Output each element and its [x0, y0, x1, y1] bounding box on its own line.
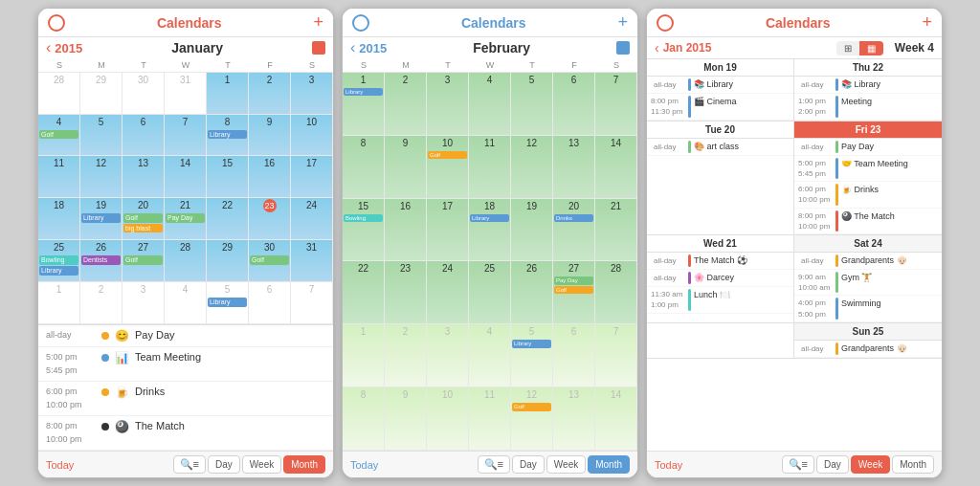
cal-cell[interactable]: 25BowlingLibrary [38, 240, 80, 282]
cal-cell[interactable]: 11 [469, 387, 511, 451]
month-view-button[interactable]: Month [892, 455, 934, 474]
cal-cell-today[interactable]: 23 [249, 198, 291, 240]
year-label[interactable]: 2015 [55, 41, 82, 55]
week-view-button[interactable]: Week [242, 455, 281, 474]
cal-cell[interactable]: 5Library [511, 324, 553, 387]
event-item[interactable]: 6:00 pm 10:00 pm 🍺 Drinks [38, 382, 333, 416]
cal-cell[interactable]: 14 [595, 136, 637, 199]
cal-cell[interactable]: 20Drinks [553, 199, 595, 262]
cal-cell[interactable]: 19Library [80, 198, 122, 240]
prev-month-button[interactable]: ‹ [46, 39, 51, 56]
cal-cell[interactable]: 27Golf [122, 240, 165, 282]
cal-cell[interactable]: 2 [249, 73, 291, 115]
cal-cell[interactable]: 7 [291, 282, 333, 324]
week-event[interactable]: 6:00 pm10:00 pm 🍺 Drinks [794, 182, 942, 208]
cal-cell[interactable]: 11 [38, 156, 80, 198]
cal-cell[interactable]: 28 [38, 73, 80, 115]
cal-cell[interactable]: 16 [385, 199, 427, 262]
cal-cell[interactable]: 23 [385, 261, 427, 324]
cal-cell[interactable]: 31 [165, 73, 207, 115]
cal-cell[interactable]: 1 [207, 73, 249, 115]
cal-cell[interactable]: 19 [511, 199, 553, 262]
cal-cell[interactable]: 3 [122, 282, 165, 324]
cal-cell[interactable]: 28 [595, 261, 637, 324]
cal-cell[interactable]: 6 [553, 324, 595, 387]
cal-cell[interactable]: 12Golf [511, 387, 553, 451]
cal-cell[interactable]: 4Golf [38, 115, 80, 157]
grid-view-button[interactable]: ⊞ [836, 41, 859, 55]
cal-cell[interactable]: 11 [469, 136, 511, 199]
cal-cell[interactable]: 4 [165, 282, 207, 324]
cal-cell[interactable]: 17 [291, 156, 333, 198]
cal-cell[interactable]: 12 [511, 136, 553, 199]
week-event[interactable]: all-day 🎨 art class [647, 139, 793, 156]
cal-cell[interactable]: 21Pay Day [165, 198, 207, 240]
today-button[interactable]: Today [350, 459, 474, 471]
cal-cell[interactable]: 14 [595, 387, 637, 451]
cal-cell[interactable]: 30 [122, 73, 165, 115]
cal-cell[interactable]: 18 [38, 198, 80, 240]
cal-cell[interactable]: 24 [291, 198, 333, 240]
cal-cell[interactable]: 9 [385, 387, 427, 451]
week-event[interactable]: 11:30 am1:00 pm Lunch 🍽️ [647, 287, 793, 313]
day-view-button[interactable]: Day [816, 455, 849, 474]
day-view-button[interactable]: Day [512, 455, 545, 474]
week-event[interactable]: 4:00 pm5:00 pm Swimming [794, 296, 942, 321]
cal-cell[interactable]: 3 [291, 73, 333, 115]
cal-cell[interactable]: 3 [427, 73, 469, 136]
cal-cell[interactable]: 24 [427, 261, 469, 324]
cal-cell[interactable]: 13 [553, 136, 595, 199]
week-view-button[interactable]: Week [851, 455, 890, 474]
cal-cell[interactable]: 13 [122, 156, 165, 198]
event-item[interactable]: all-day 😊 Pay Day [38, 325, 333, 347]
cal-cell[interactable]: 7 [595, 73, 637, 136]
cal-cell[interactable]: 7 [165, 115, 207, 157]
week-event[interactable]: 8:00 pm10:00 pm 🎱 The Match [794, 209, 942, 234]
cal-cell[interactable]: 2 [80, 282, 122, 324]
week-event[interactable]: all-day Pay Day [794, 139, 942, 156]
week-view-button[interactable]: Week [546, 455, 586, 474]
cal-cell[interactable]: 6 [122, 115, 165, 157]
cal-cell[interactable]: 28 [165, 240, 207, 282]
cal-cell[interactable]: 1 [343, 324, 385, 387]
cal-cell[interactable]: 1Library [343, 73, 385, 136]
week-event[interactable]: 9:00 am10:00 am Gym 🏋️ [794, 270, 942, 296]
cal-cell[interactable]: 27Pay DayGolf [553, 261, 595, 324]
cal-cell[interactable]: 14 [165, 156, 207, 198]
cal-cell[interactable]: 26 [511, 261, 553, 324]
cal-cell[interactable]: 2 [385, 324, 427, 387]
cal-cell[interactable]: 9 [249, 115, 291, 157]
search-list-button[interactable]: 🔍≡ [173, 455, 206, 474]
cal-cell[interactable]: 29 [207, 240, 249, 282]
week-event[interactable]: 5:00 pm5:45 pm 🤝 Team Meeting [794, 156, 942, 182]
cal-cell[interactable]: 3 [427, 324, 469, 387]
cal-cell[interactable]: 21 [595, 199, 637, 262]
cal-cell[interactable]: 25 [469, 261, 511, 324]
week-event[interactable]: all-day The Match ⚽ [647, 253, 793, 270]
list-view-button[interactable]: ▦ [859, 41, 883, 55]
month-view-button[interactable]: Month [283, 455, 325, 474]
cal-cell[interactable]: 18Library [469, 199, 511, 262]
cal-cell[interactable]: 29 [80, 73, 122, 115]
prev-month-button[interactable]: ‹ [350, 39, 355, 56]
search-list-button[interactable]: 🔍≡ [478, 455, 510, 474]
cal-cell[interactable]: 8 [343, 136, 385, 199]
cal-cell[interactable]: 22 [207, 198, 249, 240]
cal-cell[interactable]: 8 [343, 387, 385, 451]
cal-cell[interactable]: 20Golfbig blast [122, 198, 165, 240]
cal-cell[interactable]: 4 [469, 73, 511, 136]
cal-cell[interactable]: 8Library [207, 115, 249, 157]
add-calendar-button[interactable]: + [922, 12, 932, 33]
cal-cell[interactable]: 30Golf [249, 240, 291, 282]
cal-cell[interactable]: 16 [249, 156, 291, 198]
cal-cell[interactable]: 17 [427, 199, 469, 262]
cal-cell[interactable]: 5 [80, 115, 122, 157]
search-list-button[interactable]: 🔍≡ [782, 455, 814, 474]
cal-cell[interactable]: 4 [469, 324, 511, 387]
week-event[interactable]: all-day 📚 Library [794, 77, 942, 94]
add-calendar-button[interactable]: + [313, 12, 323, 33]
event-item[interactable]: 5:00 pm 5:45 pm 📊 Team Meeting [38, 347, 333, 382]
cal-cell[interactable]: 9 [385, 136, 427, 199]
cal-cell[interactable]: 6 [553, 73, 595, 136]
cal-cell[interactable]: 15 [207, 156, 249, 198]
